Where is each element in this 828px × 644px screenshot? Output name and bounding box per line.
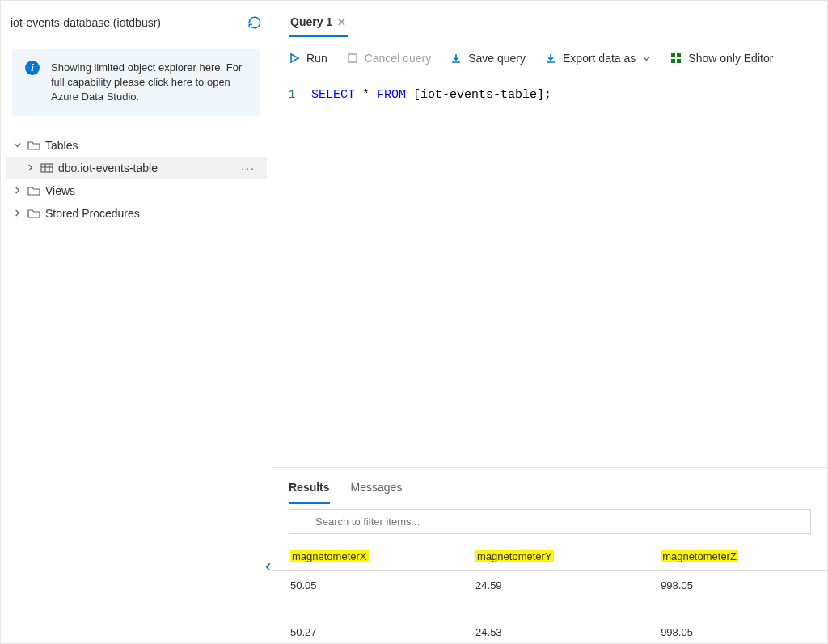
export-data-button[interactable]: Export data as xyxy=(545,52,651,65)
folder-icon xyxy=(27,185,40,196)
svg-rect-4 xyxy=(349,54,357,62)
code-line: SELECT * FROM [iot-events-table]; xyxy=(311,86,551,467)
tree-label: Tables xyxy=(45,139,78,152)
chevron-down-icon xyxy=(12,140,23,150)
download-icon xyxy=(545,53,556,64)
chevron-right-icon xyxy=(25,162,36,173)
info-banner[interactable]: i Showing limited object explorer here. … xyxy=(12,49,260,116)
download-icon xyxy=(450,53,462,64)
stop-icon xyxy=(347,53,358,64)
cell: 998.05 xyxy=(643,618,827,645)
chevron-left-icon[interactable]: ‹ xyxy=(265,556,271,577)
table-row[interactable]: 50.27 24.53 998.05 xyxy=(272,618,827,645)
svg-rect-5 xyxy=(671,53,675,57)
tree-node-table-item[interactable]: dbo.iot-events-table ··· xyxy=(6,157,267,179)
button-label: Save query xyxy=(468,52,526,65)
button-label: Export data as xyxy=(563,52,636,65)
filter-input[interactable] xyxy=(289,509,811,534)
grid-icon xyxy=(670,53,682,64)
more-icon[interactable]: ··· xyxy=(241,162,260,175)
tree-label: Stored Procedures xyxy=(45,207,140,220)
main-panel: Query 1 ✕ Run Cancel query S xyxy=(272,1,827,643)
sql-editor[interactable]: 1 SELECT * FROM [iot-events-table]; xyxy=(272,78,827,467)
chevron-right-icon xyxy=(12,208,23,218)
cell: 50.05 xyxy=(272,571,458,600)
object-explorer-tree: Tables dbo.iot-events-table ··· xyxy=(1,134,272,225)
cancel-query-button: Cancel query xyxy=(347,52,432,65)
folder-icon xyxy=(27,140,40,151)
table-icon xyxy=(40,162,53,174)
results-table: magnetometerX magnetometerY magnetometer… xyxy=(272,542,827,644)
tab-label: Query 1 xyxy=(290,15,332,28)
save-query-button[interactable]: Save query xyxy=(450,52,526,65)
button-label: Cancel query xyxy=(365,52,432,65)
play-icon xyxy=(289,53,300,64)
run-button[interactable]: Run xyxy=(289,52,327,65)
chevron-down-icon xyxy=(642,54,651,63)
line-number-gutter: 1 xyxy=(272,86,311,467)
tab-messages[interactable]: Messages xyxy=(351,481,403,504)
table-row[interactable]: 50.05 24.59 998.05 xyxy=(272,571,827,600)
button-label: Show only Editor xyxy=(688,52,773,65)
column-header[interactable]: magnetometerX xyxy=(272,542,458,571)
tree-label: Views xyxy=(45,184,75,197)
tab-query-1[interactable]: Query 1 ✕ xyxy=(289,11,348,37)
tree-node-stored-procedures[interactable]: Stored Procedures xyxy=(6,202,267,225)
cell: 24.53 xyxy=(458,618,643,645)
column-header[interactable]: magnetometerY xyxy=(458,542,643,571)
tree-node-tables[interactable]: Tables xyxy=(6,134,267,157)
cell: 24.59 xyxy=(458,571,643,600)
results-panel: ‹ Results Messages xyxy=(272,467,827,643)
cell: 50.27 xyxy=(272,618,458,645)
tree-node-views[interactable]: Views xyxy=(6,179,267,202)
database-title: iot-events-database (iotdbusr) xyxy=(11,16,161,29)
svg-rect-0 xyxy=(41,164,53,172)
chevron-right-icon xyxy=(12,185,23,196)
info-icon: i xyxy=(25,61,40,75)
editor-tabs: Query 1 ✕ xyxy=(272,1,827,37)
tab-label: Results xyxy=(289,481,330,494)
cell: 998.05 xyxy=(643,571,827,600)
close-icon[interactable]: ✕ xyxy=(337,17,346,27)
toolbar: Run Cancel query Save query Export data … xyxy=(272,37,827,78)
svg-rect-7 xyxy=(671,59,675,63)
info-text: Showing limited object explorer here. Fo… xyxy=(51,61,242,103)
tab-label: Messages xyxy=(351,481,403,494)
folder-icon xyxy=(27,208,40,219)
tab-results[interactable]: Results xyxy=(289,481,330,504)
button-label: Run xyxy=(306,52,327,65)
svg-rect-6 xyxy=(677,53,681,57)
show-only-editor-button[interactable]: Show only Editor xyxy=(670,52,773,65)
refresh-icon[interactable] xyxy=(247,15,262,30)
tree-label: dbo.iot-events-table xyxy=(58,162,158,175)
column-header[interactable]: magnetometerZ xyxy=(643,542,827,571)
line-number: 1 xyxy=(272,88,311,102)
sidebar: iot-events-database (iotdbusr) i Showing… xyxy=(1,1,272,643)
svg-rect-8 xyxy=(677,59,681,63)
